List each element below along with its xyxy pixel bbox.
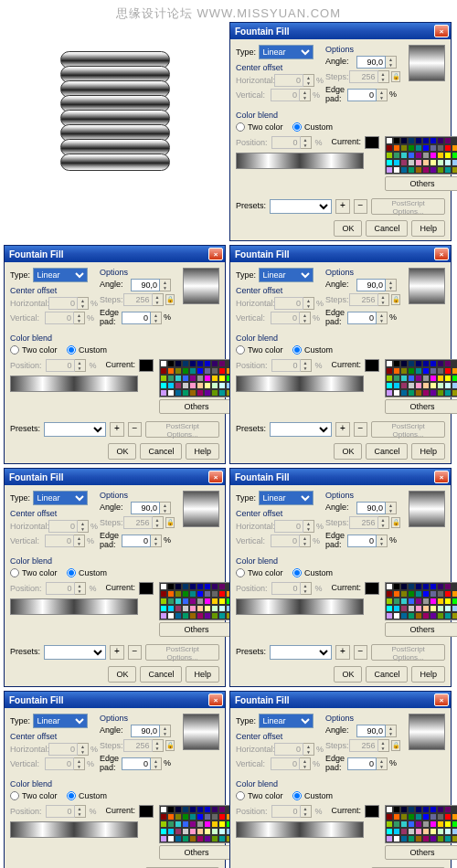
- custom-radio[interactable]: Custom: [292, 345, 333, 355]
- titlebar[interactable]: Fountain Fill ×: [5, 469, 225, 485]
- current-swatch[interactable]: [365, 136, 379, 149]
- spin-icon[interactable]: ▲▼: [78, 297, 89, 310]
- spin-icon[interactable]: ▲▼: [151, 757, 162, 770]
- custom-radio[interactable]: Custom: [292, 568, 333, 577]
- remove-preset-button[interactable]: −: [354, 645, 368, 660]
- spin-icon[interactable]: ▲▼: [377, 535, 388, 547]
- titlebar[interactable]: Fountain Fill ×: [5, 692, 225, 708]
- gradient-editor[interactable]: [10, 598, 138, 615]
- spin-icon[interactable]: ▲▼: [153, 293, 164, 306]
- edgepad-input[interactable]: [122, 757, 151, 770]
- gradient-editor[interactable]: [236, 376, 364, 392]
- spin-icon[interactable]: ▲▼: [151, 535, 162, 547]
- spin-icon[interactable]: ▲▼: [153, 739, 164, 752]
- type-select[interactable]: Linear: [33, 714, 88, 728]
- lock-icon[interactable]: 🔒: [391, 740, 400, 751]
- add-preset-button[interactable]: +: [335, 422, 350, 437]
- presets-select[interactable]: [44, 422, 106, 437]
- spin-icon[interactable]: ▲▼: [377, 757, 388, 770]
- help-button[interactable]: Help: [186, 666, 219, 683]
- angle-input[interactable]: [356, 725, 386, 737]
- others-button[interactable]: Others: [159, 399, 234, 414]
- others-button[interactable]: Others: [385, 399, 457, 414]
- edgepad-input[interactable]: [347, 535, 377, 547]
- current-swatch[interactable]: [365, 359, 379, 372]
- current-swatch[interactable]: [139, 582, 154, 595]
- type-select[interactable]: Linear: [259, 268, 314, 282]
- current-swatch[interactable]: [139, 805, 154, 818]
- spin-icon[interactable]: ▲▼: [300, 312, 311, 324]
- others-button[interactable]: Others: [385, 845, 457, 860]
- add-preset-button[interactable]: +: [335, 199, 350, 214]
- help-button[interactable]: Help: [411, 666, 445, 683]
- spin-icon[interactable]: ▲▼: [300, 89, 311, 101]
- custom-radio[interactable]: Custom: [67, 791, 107, 800]
- spin-icon[interactable]: ▲▼: [378, 70, 389, 83]
- edgepad-input[interactable]: [347, 757, 377, 770]
- titlebar[interactable]: Fountain Fill ×: [5, 246, 225, 262]
- type-select[interactable]: Linear: [259, 714, 314, 728]
- spin-icon[interactable]: ▲▼: [386, 502, 397, 514]
- angle-input[interactable]: [131, 279, 160, 291]
- two-color-radio[interactable]: Two color: [10, 791, 58, 800]
- gradient-editor[interactable]: [236, 598, 364, 615]
- spin-icon[interactable]: ▲▼: [160, 279, 171, 291]
- spin-icon[interactable]: ▲▼: [303, 297, 314, 310]
- cancel-button[interactable]: Cancel: [140, 443, 182, 460]
- add-preset-button[interactable]: +: [110, 422, 124, 437]
- spin-icon[interactable]: ▲▼: [386, 56, 397, 69]
- remove-preset-button[interactable]: −: [354, 422, 368, 437]
- edgepad-input[interactable]: [347, 89, 377, 101]
- close-icon[interactable]: ×: [434, 471, 449, 483]
- close-icon[interactable]: ×: [208, 693, 223, 706]
- type-select[interactable]: Linear: [259, 45, 314, 59]
- gradient-editor[interactable]: [10, 376, 138, 392]
- presets-select[interactable]: [44, 645, 106, 660]
- color-palette[interactable]: [159, 582, 234, 620]
- spin-icon[interactable]: ▲▼: [378, 739, 389, 752]
- others-button[interactable]: Others: [385, 176, 457, 191]
- spin-icon[interactable]: ▲▼: [75, 359, 86, 372]
- edgepad-input[interactable]: [122, 535, 151, 547]
- titlebar[interactable]: Fountain Fill ×: [230, 469, 451, 485]
- lock-icon[interactable]: 🔒: [165, 294, 175, 305]
- color-palette[interactable]: [159, 359, 234, 397]
- spin-icon[interactable]: ▲▼: [75, 582, 86, 595]
- presets-select[interactable]: [270, 199, 332, 214]
- ok-button[interactable]: OK: [334, 443, 362, 460]
- cancel-button[interactable]: Cancel: [366, 666, 408, 683]
- edgepad-input[interactable]: [122, 312, 151, 324]
- others-button[interactable]: Others: [159, 622, 234, 637]
- spin-icon[interactable]: ▲▼: [378, 516, 389, 529]
- current-swatch[interactable]: [365, 805, 379, 818]
- two-color-radio[interactable]: Two color: [236, 791, 283, 800]
- help-button[interactable]: Help: [411, 443, 445, 460]
- spin-icon[interactable]: ▲▼: [74, 312, 85, 324]
- spin-icon[interactable]: ▲▼: [386, 725, 397, 737]
- spin-icon[interactable]: ▲▼: [386, 279, 397, 291]
- add-preset-button[interactable]: +: [335, 645, 350, 660]
- close-icon[interactable]: ×: [434, 248, 449, 260]
- remove-preset-button[interactable]: −: [354, 199, 368, 214]
- color-palette[interactable]: [385, 136, 457, 175]
- remove-preset-button[interactable]: −: [128, 422, 143, 437]
- help-button[interactable]: Help: [186, 443, 219, 460]
- spin-icon[interactable]: ▲▼: [303, 520, 314, 533]
- presets-select[interactable]: [270, 645, 332, 660]
- lock-icon[interactable]: 🔒: [165, 517, 175, 528]
- two-color-radio[interactable]: Two color: [236, 345, 283, 355]
- help-button[interactable]: Help: [411, 220, 445, 237]
- gradient-editor[interactable]: [236, 821, 364, 838]
- current-swatch[interactable]: [365, 582, 379, 595]
- color-palette[interactable]: [385, 582, 457, 620]
- custom-radio[interactable]: Custom: [292, 122, 333, 132]
- color-palette[interactable]: [385, 359, 457, 397]
- lock-icon[interactable]: 🔒: [165, 740, 175, 751]
- close-icon[interactable]: ×: [434, 25, 449, 37]
- spin-icon[interactable]: ▲▼: [160, 725, 171, 737]
- two-color-radio[interactable]: Two color: [10, 345, 58, 355]
- angle-input[interactable]: [131, 725, 160, 737]
- angle-input[interactable]: [356, 279, 386, 291]
- type-select[interactable]: Linear: [33, 268, 88, 282]
- spin-icon[interactable]: ▲▼: [153, 516, 164, 529]
